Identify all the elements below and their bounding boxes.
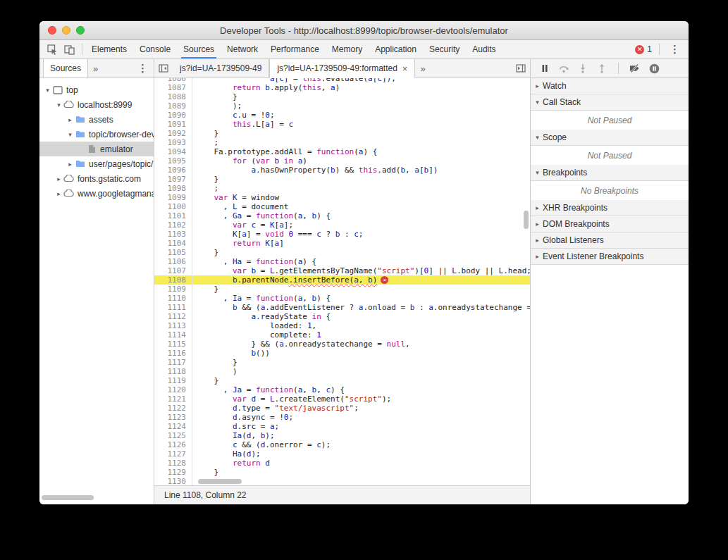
line-number[interactable]: 1109 <box>154 285 192 294</box>
console-error-badge[interactable]: ✕ 1 <box>635 44 652 54</box>
line-number[interactable]: 1115 <box>154 340 192 349</box>
line-number[interactable]: 1118 <box>154 367 192 376</box>
line-number[interactable]: 1129 <box>154 468 192 477</box>
tree-expand-arrow[interactable]: ▾ <box>44 87 51 94</box>
minimize-window-button[interactable] <box>62 26 70 35</box>
line-number[interactable]: 1096 <box>154 166 192 175</box>
line-number[interactable]: 1128 <box>154 459 192 468</box>
line-number[interactable]: 1127 <box>154 449 192 459</box>
more-navigator-tabs-icon[interactable]: » <box>88 63 103 74</box>
line-number[interactable]: 1122 <box>154 404 192 413</box>
tree-expand-arrow[interactable]: ▸ <box>66 116 74 123</box>
zoom-window-button[interactable] <box>76 26 85 35</box>
section-expand-arrow[interactable]: ▾ <box>533 99 541 106</box>
line-number[interactable]: 1104 <box>154 239 192 248</box>
line-number[interactable]: 1121 <box>154 394 192 404</box>
tree-expand-arrow[interactable]: ▸ <box>66 161 74 168</box>
tab-performance[interactable]: Performance <box>264 40 326 58</box>
section-expand-arrow[interactable]: ▸ <box>533 253 541 260</box>
step-into-button[interactable] <box>577 63 588 74</box>
navigator-hscrollbar[interactable] <box>42 495 94 500</box>
section-scope[interactable]: ▾Scope <box>531 130 689 146</box>
section-event-listener-breakpoints[interactable]: ▸Event Listener Breakpoints <box>531 249 689 265</box>
line-number[interactable]: 1105 <box>154 248 192 257</box>
tree-expand-arrow[interactable]: ▸ <box>55 190 63 197</box>
editor-vscrollbar[interactable] <box>524 211 529 229</box>
tree-item-topic-browser-devt[interactable]: ▾topic/browser-devt <box>39 127 154 142</box>
section-expand-arrow[interactable]: ▸ <box>533 220 541 228</box>
devtools-menu-icon[interactable]: ⋮ <box>667 43 683 56</box>
device-toolbar-icon[interactable] <box>63 44 75 55</box>
tab-elements[interactable]: Elements <box>85 40 133 58</box>
step-out-button[interactable] <box>596 63 607 74</box>
tree-expand-arrow[interactable]: ▾ <box>66 131 74 138</box>
tab-audits[interactable]: Audits <box>466 40 502 58</box>
show-debugger-icon[interactable] <box>512 63 530 73</box>
tab-security[interactable]: Security <box>423 40 466 58</box>
section-watch[interactable]: ▸Watch <box>531 78 689 94</box>
tab-console[interactable]: Console <box>133 40 177 58</box>
tree-item-emulator[interactable]: emulator <box>39 142 154 156</box>
line-number[interactable]: 1119 <box>154 376 192 385</box>
line-number[interactable]: 1107 <box>154 266 192 275</box>
section-expand-arrow[interactable]: ▸ <box>533 82 541 89</box>
line-number[interactable]: 1117 <box>154 358 192 367</box>
section-global-listeners[interactable]: ▸Global Listeners <box>531 232 689 249</box>
line-number[interactable]: 1116 <box>154 349 192 358</box>
inline-error-icon[interactable]: × <box>381 276 388 284</box>
line-number[interactable]: 1126 <box>154 440 192 449</box>
line-number[interactable]: 1095 <box>154 156 192 166</box>
section-call-stack[interactable]: ▾Call Stack <box>531 94 689 111</box>
tree-item-user-pages-topic-1[interactable]: ▸user/pages/topic/1 <box>39 156 154 171</box>
tab-memory[interactable]: Memory <box>326 40 369 58</box>
step-over-button[interactable] <box>558 63 569 74</box>
line-number[interactable]: 1088 <box>154 92 192 101</box>
line-number[interactable]: 1093 <box>154 138 192 147</box>
line-number[interactable]: 1130 <box>154 477 192 485</box>
section-breakpoints[interactable]: ▾Breakpoints <box>531 165 689 181</box>
line-number[interactable]: 1120 <box>154 385 192 394</box>
pause-on-exceptions-button[interactable] <box>648 63 660 74</box>
tree-item-top[interactable]: ▾top <box>39 82 154 97</box>
section-expand-arrow[interactable]: ▸ <box>533 204 541 211</box>
section-xhr-breakpoints[interactable]: ▸XHR Breakpoints <box>531 200 689 216</box>
line-number[interactable]: 1102 <box>154 220 192 230</box>
navigator-menu-icon[interactable]: ⋮ <box>135 62 154 75</box>
line-number[interactable]: 1094 <box>154 147 192 156</box>
line-number[interactable]: 1110 <box>154 294 192 303</box>
tree-item-www-googletagmana[interactable]: ▸www.googletagmana <box>39 186 154 201</box>
close-tab-icon[interactable]: × <box>402 63 408 74</box>
line-number[interactable]: 1123 <box>154 413 192 422</box>
tree-expand-arrow[interactable]: ▸ <box>55 175 63 182</box>
section-expand-arrow[interactable]: ▾ <box>533 169 541 176</box>
line-number[interactable]: 1124 <box>154 422 192 431</box>
line-number[interactable]: 1089 <box>154 101 192 111</box>
tab-sources[interactable]: Sources <box>177 40 221 58</box>
editor-tab-0[interactable]: js?id=UA-1739509-49 <box>173 59 269 77</box>
section-expand-arrow[interactable]: ▸ <box>533 237 541 244</box>
section-expand-arrow[interactable]: ▾ <box>533 134 541 141</box>
tree-item-localhost-8999[interactable]: ▾localhost:8999 <box>39 97 154 112</box>
tab-network[interactable]: Network <box>221 40 264 58</box>
line-number[interactable]: 1103 <box>154 230 192 239</box>
navigator-tab-sources[interactable]: Sources <box>43 59 88 77</box>
line-number[interactable]: 1125 <box>154 431 192 440</box>
tree-expand-arrow[interactable]: ▾ <box>55 101 63 108</box>
editor-tab-1[interactable]: js?id=UA-1739509-49:formatted× <box>269 59 415 78</box>
tab-application[interactable]: Application <box>369 40 423 58</box>
line-number[interactable]: 1113 <box>154 321 192 330</box>
line-number[interactable]: 1092 <box>154 129 192 138</box>
more-editor-tabs-icon[interactable]: » <box>415 63 430 74</box>
editor-hscrollbar[interactable] <box>198 479 242 484</box>
line-number[interactable]: 1108 <box>154 275 192 285</box>
line-number[interactable]: 1098 <box>154 184 192 193</box>
hide-navigator-icon[interactable] <box>154 63 173 73</box>
tree-item-assets[interactable]: ▸assets <box>39 112 154 127</box>
line-number[interactable]: 1086 <box>154 78 192 83</box>
line-number[interactable]: 1112 <box>154 312 192 321</box>
section-dom-breakpoints[interactable]: ▸DOM Breakpoints <box>531 216 689 232</box>
line-number[interactable]: 1091 <box>154 120 192 129</box>
line-number[interactable]: 1087 <box>154 83 192 92</box>
line-number[interactable]: 1111 <box>154 303 192 312</box>
line-number[interactable]: 1099 <box>154 193 192 202</box>
